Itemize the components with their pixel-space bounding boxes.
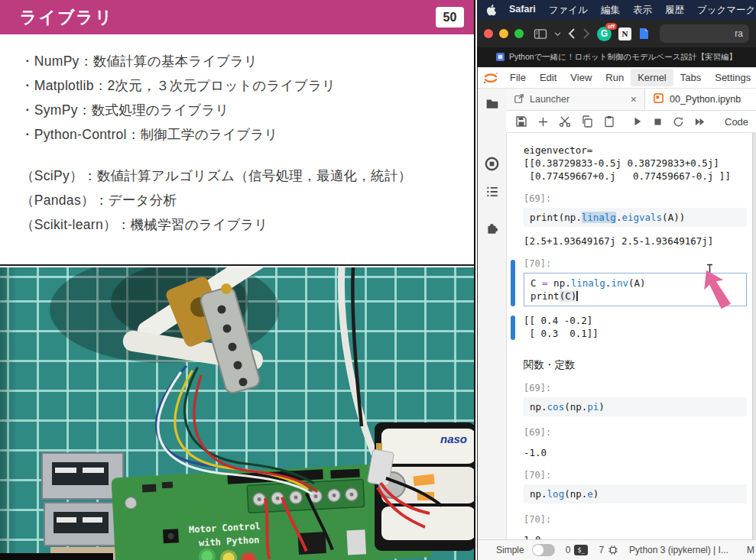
slide-title: ライブラリ [20, 6, 114, 29]
jupyter-logo-icon [482, 69, 500, 87]
cell-prompt: [70]: [524, 514, 747, 526]
forward-button[interactable] [582, 28, 590, 40]
kernel-chip-icon [608, 545, 618, 555]
statusbar-right-truncated: M [747, 545, 754, 555]
add-button[interactable] [537, 116, 549, 128]
address-bar[interactable]: ra [660, 24, 749, 43]
back-button[interactable] [568, 28, 576, 40]
notebook-toolbar: Code [506, 111, 756, 133]
sidebar-chevron-icon[interactable] [554, 31, 561, 37]
jlab-menu-settings[interactable]: Settings [708, 69, 756, 86]
jlab-menu-edit[interactable]: Edit [533, 69, 563, 86]
slide-paren-item: （Scikit-learn）：機械学習のライブラリ [21, 217, 462, 232]
kernel-status-label[interactable]: Python 3 (ipykernel) | I... [629, 545, 728, 555]
close-tab-icon[interactable]: × [631, 93, 637, 105]
presentation-slide: ライブラリ 50 ・NumPy：数値計算の基本ライブラリ・Matplotlib：… [0, 0, 474, 266]
code-cell[interactable]: print(np.linalg.eigvals(A)) [524, 208, 747, 227]
sidebar-toggle-icon[interactable] [534, 28, 547, 40]
grammarly-extension-icon[interactable]: G off [597, 27, 612, 41]
notebook-cells: eigenvector= [[0.38729833-0.5j 0.3872983… [506, 133, 753, 539]
macos-menu-6[interactable]: ブックマーク [697, 4, 755, 17]
jlab-menu-run[interactable]: Run [599, 69, 631, 86]
running-icon[interactable] [485, 157, 499, 174]
cut-button[interactable] [559, 115, 571, 128]
notebook-icon [653, 92, 664, 106]
copy-button[interactable] [581, 115, 593, 128]
jlab-menu-kernel[interactable]: Kernel [631, 69, 673, 86]
cell-type-dropdown[interactable]: Code [725, 116, 756, 128]
address-text: ra [735, 28, 743, 39]
macos-menu-4[interactable]: 表示 [633, 4, 652, 17]
minimize-window-button[interactable] [499, 29, 508, 38]
close-window-button[interactable] [484, 29, 493, 38]
photo-illustration: Motor Control with Python [0, 267, 474, 560]
fast-forward-button[interactable] [694, 116, 706, 128]
scrollbar[interactable] [752, 133, 756, 539]
cell-prompt: [69]: [524, 383, 747, 394]
run-button[interactable] [632, 116, 643, 127]
cell-prompt: [70]: [524, 470, 747, 481]
safari-toolbar: G off N ra [477, 20, 756, 47]
slide-paren-item: （SciPy）：数値計算アルゴリズム（信号処理，最適化，統計） [21, 168, 462, 183]
slide-bullet: ・SymPy：数式処理のライブラリ [21, 102, 462, 118]
cell-output: [2.5+1.93649167j 2.5-1.93649167j] [524, 235, 747, 248]
tab-launcher[interactable]: Launcher × [506, 89, 645, 110]
camera-photo: Motor Control with Python [0, 267, 474, 560]
white-cable [341, 267, 376, 458]
simple-mode-toggle[interactable] [532, 544, 555, 556]
document-tab-bar: Launcher × 00_Python.ipynb [506, 89, 756, 111]
kernels-count: 7 [599, 545, 604, 555]
slide-bullet: ・Matplotlib：2次元，３次元プロットのライブラリ [21, 78, 462, 93]
paste-button[interactable] [603, 115, 615, 128]
toc-icon[interactable] [485, 185, 499, 202]
jlab-menu-view[interactable]: View [563, 69, 599, 86]
restart-button[interactable] [673, 116, 684, 128]
code-cell[interactable]: np.cos(np.pi) [524, 397, 747, 416]
document-extension-icon[interactable] [638, 28, 650, 40]
slide-bullet: ・Python-Control：制御工学のライブラリ [21, 127, 462, 142]
slide-page-number: 50 [436, 7, 464, 28]
launcher-icon [514, 93, 524, 106]
cell-output: -1.0 [524, 446, 747, 459]
window-controls[interactable] [484, 29, 524, 38]
files-icon[interactable] [485, 97, 499, 114]
save-button[interactable] [515, 115, 527, 128]
simple-mode-label: Simple [496, 545, 524, 555]
jupyter-statusbar: Simple 0 $_ 7 Python 3 (ipykernel) | I..… [478, 539, 756, 560]
macos-menu-2[interactable]: ファイル [549, 4, 588, 17]
extensions-icon[interactable] [485, 222, 499, 238]
macos-menu-3[interactable]: 編集 [601, 4, 620, 17]
slide-header: ライブラリ 50 [0, 0, 474, 34]
macos-menu-1[interactable]: Safari [509, 4, 536, 17]
safari-tab-title: Pythonで一緒に！ロボット制御のモデルベース設計【実習編】 [509, 52, 737, 63]
macos-menu-5[interactable]: 履歴 [665, 4, 684, 17]
slide-body: ・NumPy：数値計算の基本ライブラリ・Matplotlib：2次元，３次元プロ… [0, 34, 474, 232]
slide-bullet: ・NumPy：数値計算の基本ライブラリ [21, 53, 462, 69]
cell-output: [[ 0.4 -0.2] [ 0.3 0.1]] [524, 314, 747, 340]
tab-favicon [496, 53, 505, 63]
jlab-menu-file[interactable]: File [503, 69, 533, 86]
tab-launcher-label: Launcher [530, 94, 569, 105]
slide-paren-item: （Pandas）：データ分析 [21, 193, 462, 208]
zoom-window-button[interactable] [514, 29, 524, 38]
activity-bar [478, 89, 507, 539]
notion-extension-icon[interactable]: N [618, 28, 631, 40]
safari-tab-bar[interactable]: Pythonで一緒に！ロボット制御のモデルベース設計【実習編】 [477, 47, 756, 67]
stop-button[interactable] [653, 117, 663, 127]
cell-prompt: [69]: [524, 193, 747, 205]
cell-output: eigenvector= [[0.38729833-0.5j 0.3872983… [524, 144, 747, 183]
grammarly-off-badge: off [605, 23, 617, 30]
tab-notebook-label: 00_Python.ipynb [670, 94, 741, 105]
terminals-count: 0 [566, 545, 571, 555]
tab-notebook[interactable]: 00_Python.ipynb [645, 89, 756, 110]
cell-output: 1.0 [524, 533, 747, 539]
screen: ライブラリ 50 ・NumPy：数値計算の基本ライブラリ・Matplotlib：… [0, 0, 756, 560]
terminal-icon: $_ [574, 545, 588, 555]
markdown-cell[interactable]: 関数・定数 [524, 358, 747, 372]
apple-menu-icon[interactable] [486, 5, 496, 16]
jlab-menu-tabs[interactable]: Tabs [673, 69, 708, 86]
cell-type-value: Code [725, 116, 748, 128]
macos-menubar: Safariファイル編集表示履歴ブックマーク開発ウイン [477, 0, 756, 20]
battery-pack: naso [375, 422, 474, 551]
code-cell[interactable]: np.log(np.e) [524, 484, 747, 503]
